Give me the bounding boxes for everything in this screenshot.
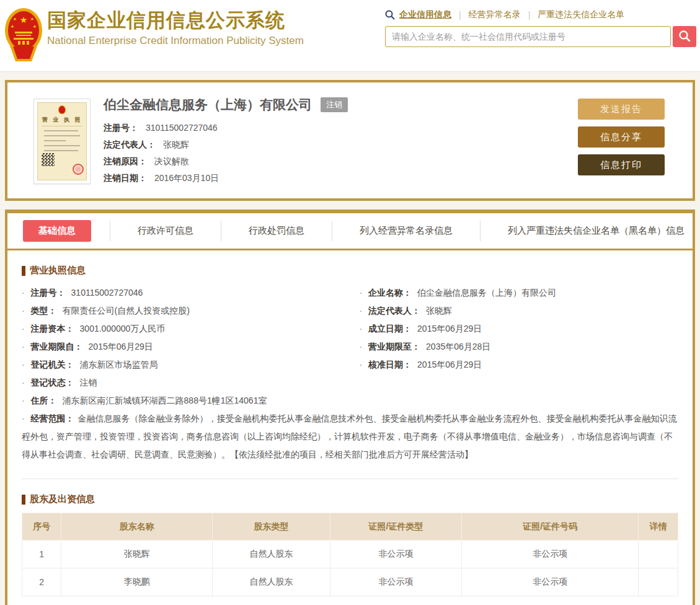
field-registration-status: 登记状态：注销	[22, 374, 341, 392]
empty-cell	[360, 374, 679, 392]
field-term-from: 营业期限自：2015年06月29日	[22, 338, 341, 356]
svg-text:★: ★	[11, 24, 14, 29]
national-emblem-logo: ★ ★ ★ ★ ★	[4, 7, 43, 66]
field-type: 类型：有限责任公司(自然人投资或控股)	[22, 302, 341, 320]
send-report-button[interactable]: 发送报告	[578, 99, 665, 120]
search-icon	[385, 10, 395, 20]
share-info-button[interactable]: 信息分享	[578, 126, 665, 148]
section-title-business-license: 营业执照信息	[22, 265, 678, 276]
company-name: 伯尘金融信息服务（上海）有限公司	[104, 96, 312, 113]
shareholders-table: 序号 股东名称 股东类型 证照/证件类型 证照/证件号码 详情 1 张晓辉 自然…	[22, 513, 678, 596]
field-company-name: 企业名称：伯尘金融信息服务（上海）有限公司	[360, 284, 679, 302]
print-info-button[interactable]: 信息打印	[578, 154, 665, 175]
col-shareholder-type: 股东类型	[212, 513, 330, 541]
status-badge: 注销	[321, 97, 348, 112]
field-registered-capital: 注册资本：3001.000000万人民币	[22, 320, 341, 338]
col-shareholder-name: 股东名称	[61, 513, 212, 541]
field-business-scope: 经营范围：金融信息服务（除金融业务除外），接受金融机构委托从事金融信息技术外包、…	[22, 410, 678, 464]
site-subtitle: National Enterprise Credit Information P…	[47, 35, 304, 47]
svg-text:★: ★	[13, 17, 17, 21]
search-tab-illegal-list[interactable]: 严重违法失信企业名单	[538, 9, 624, 20]
site-header: ★ ★ ★ ★ ★ 国家企业信用信息公示系统 National Enterpri…	[0, 0, 700, 72]
gold-divider	[7, 249, 693, 250]
field-address: 住所：浦东新区南汇新城镇环湖西二路888号1幢1区14061室	[22, 392, 678, 410]
tab-separator: |	[459, 10, 461, 20]
license-emblem-icon	[58, 105, 66, 114]
company-field-regno: 注册号： 310115002727046	[104, 120, 348, 136]
company-field-cancel-date: 注销日期： 2016年03月10日	[104, 170, 348, 187]
search-tab-abnormal-list[interactable]: 经营异常名录	[469, 9, 521, 20]
license-image-title: 营 业 执 照	[38, 116, 86, 124]
field-approval-date: 核准日期：2015年06月29日	[360, 356, 679, 374]
col-index: 序号	[22, 513, 61, 541]
detail-card: 基础信息 行政许可信息 行政处罚信息 列入经营异常名录信息 列入严重违法失信企业…	[5, 210, 695, 605]
detail-tabs: 基础信息 行政许可信息 行政处罚信息 列入经营异常名录信息 列入严重违法失信企业…	[7, 213, 693, 249]
tab-administrative-license[interactable]: 行政许可信息	[110, 221, 221, 241]
field-term-to: 营业期限至：2035年06月28日	[360, 338, 679, 356]
company-field-legal-rep: 法定代表人： 张晓辉	[104, 136, 348, 153]
field-establish-date: 成立日期：2015年06月29日	[360, 320, 679, 338]
business-license-thumbnail: 营 业 执 照	[33, 99, 91, 184]
license-qr-code	[42, 153, 55, 166]
col-details: 详情	[639, 513, 678, 541]
table-header-row: 序号 股东名称 股东类型 证照/证件类型 证照/证件号码 详情	[22, 513, 678, 541]
search-input[interactable]	[385, 26, 671, 47]
section-divider	[22, 479, 678, 479]
license-seal-icon	[73, 164, 84, 175]
tab-abnormal-operations[interactable]: 列入经营异常名录信息	[332, 221, 480, 241]
search-button[interactable]	[673, 26, 696, 47]
table-row: 1 张晓辉 自然人股东 非公示项 非公示项	[22, 541, 678, 568]
business-license-fields: 注册号：310115002727046 企业名称：伯尘金融信息服务（上海）有限公…	[22, 284, 678, 464]
svg-text:★: ★	[30, 17, 34, 21]
section-title-shareholders: 股东及出资信息	[22, 493, 678, 505]
search-button-icon	[678, 30, 691, 44]
tab-administrative-penalty[interactable]: 行政处罚信息	[221, 221, 332, 241]
tab-separator: |	[528, 10, 531, 20]
company-summary-card: 营 业 执 照 伯尘金融信息服务（上海）有限公司 注销 注册号： 3101150…	[5, 80, 695, 201]
company-field-cancel-reason: 注销原因： 决议解散	[104, 153, 348, 170]
col-certificate-type: 证照/证件类型	[330, 513, 462, 541]
search-tab-enterprise-credit[interactable]: 企业信用信息	[399, 9, 451, 20]
table-row: 2 李晓鹏 自然人股东 非公示项 非公示项	[22, 568, 678, 596]
tab-blacklist[interactable]: 列入严重违法失信企业名单（黑名单）信息	[480, 221, 700, 241]
field-registration-authority: 登记机关：浦东新区市场监管局	[22, 356, 341, 374]
col-certificate-number: 证照/证件号码	[461, 513, 639, 541]
search-block: 企业信用信息 | 经营异常名录 | 严重违法失信企业名单	[385, 9, 696, 47]
field-regno: 注册号：310115002727046	[22, 284, 341, 302]
site-title: 国家企业信用信息公示系统	[47, 8, 304, 33]
svg-text:★: ★	[20, 15, 28, 25]
tab-basic-info[interactable]: 基础信息	[23, 220, 91, 242]
field-legal-rep: 法定代表人：张晓辉	[360, 302, 679, 320]
svg-text:★: ★	[33, 24, 37, 29]
